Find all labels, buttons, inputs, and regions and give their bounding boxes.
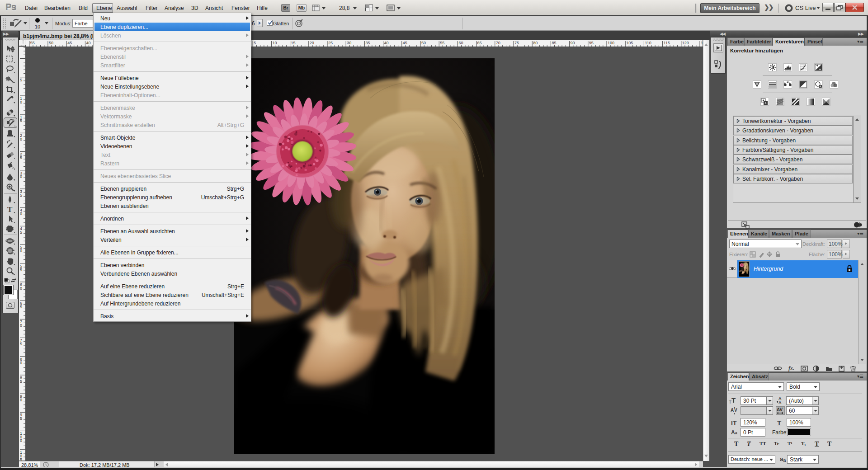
- svg-text:70: 70: [496, 41, 500, 45]
- svg-text:0: 0: [20, 286, 22, 291]
- svg-text:5: 5: [20, 193, 22, 197]
- svg-text:50: 50: [421, 41, 426, 45]
- svg-text:15: 15: [291, 41, 296, 45]
- svg-text:5: 5: [20, 342, 22, 346]
- svg-text:100: 100: [608, 41, 614, 45]
- svg-text:5: 5: [254, 41, 256, 45]
- svg-text:V: V: [734, 408, 737, 413]
- svg-text:5: 5: [20, 457, 22, 461]
- svg-text:40: 40: [86, 41, 90, 45]
- svg-text:0: 0: [20, 174, 22, 179]
- svg-text:55: 55: [440, 41, 444, 45]
- svg-text:0: 0: [20, 212, 22, 216]
- svg-text:0: 0: [20, 361, 22, 365]
- svg-text:50: 50: [49, 41, 53, 45]
- svg-text:90: 90: [571, 41, 575, 45]
- svg-text:0: 0: [20, 323, 22, 328]
- svg-text:95: 95: [589, 41, 594, 45]
- svg-text:40: 40: [384, 41, 389, 45]
- svg-text:0: 0: [20, 438, 22, 443]
- svg-text:5: 5: [20, 305, 22, 309]
- svg-text:120: 120: [682, 41, 689, 45]
- svg-text:110: 110: [645, 41, 651, 45]
- svg-text:A: A: [731, 408, 734, 413]
- svg-text:A: A: [778, 400, 782, 404]
- svg-text:T: T: [7, 205, 13, 214]
- svg-text:0: 0: [20, 137, 22, 141]
- svg-text:65: 65: [477, 41, 482, 45]
- svg-text:0: 0: [20, 398, 22, 402]
- svg-text:20: 20: [310, 41, 314, 45]
- svg-text:10: 10: [272, 41, 277, 45]
- svg-text:75: 75: [514, 41, 519, 45]
- svg-text:30: 30: [347, 41, 351, 45]
- svg-text:80: 80: [533, 41, 538, 45]
- svg-text:5: 5: [20, 155, 22, 160]
- svg-text:125: 125: [701, 41, 703, 45]
- svg-text:5: 5: [20, 78, 22, 82]
- svg-text:5: 5: [20, 118, 22, 123]
- svg-text:45: 45: [67, 41, 72, 45]
- svg-text:60: 60: [458, 41, 463, 45]
- svg-text:55: 55: [30, 41, 35, 45]
- svg-text:fx.: fx.: [788, 365, 794, 371]
- svg-text:85: 85: [552, 41, 556, 45]
- svg-text:115: 115: [664, 41, 670, 45]
- svg-text:5: 5: [20, 416, 22, 421]
- svg-text:5: 5: [20, 268, 22, 272]
- svg-text:105: 105: [626, 41, 633, 45]
- svg-text:25: 25: [328, 41, 333, 45]
- svg-text:5: 5: [20, 379, 22, 384]
- svg-text:35: 35: [365, 41, 370, 45]
- svg-text:0: 0: [20, 100, 22, 104]
- svg-text:0: 0: [20, 249, 22, 253]
- svg-text:45: 45: [403, 41, 407, 45]
- svg-text:5: 5: [20, 230, 22, 235]
